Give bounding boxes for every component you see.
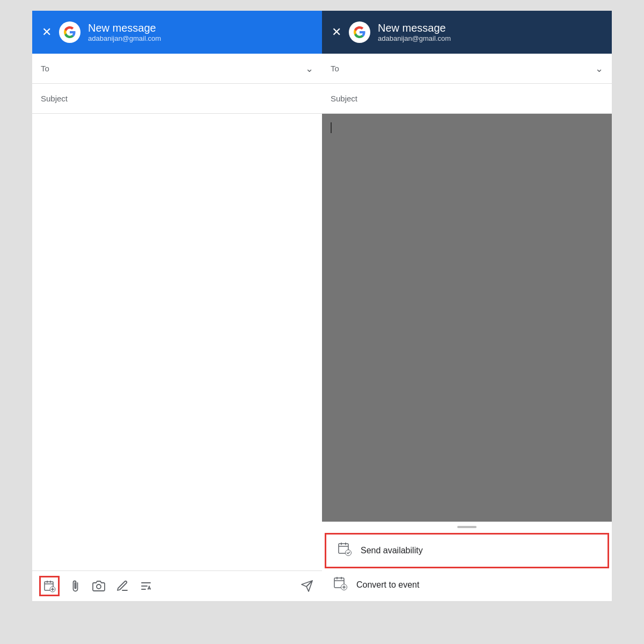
convert-to-event-label: Convert to event <box>356 580 419 590</box>
left-to-chevron-icon: ⌄ <box>305 63 313 75</box>
send-availability-label: Send availability <box>361 546 423 555</box>
send-availability-button[interactable]: Send availability <box>326 535 608 567</box>
right-bottom-sheet: Send availability Convert to event <box>322 522 612 601</box>
left-camera-button[interactable] <box>92 580 105 592</box>
left-font-button[interactable] <box>140 580 152 592</box>
right-subject-label: Subject <box>331 94 603 103</box>
right-header-text: New message adabanijan@gmail.com <box>378 21 451 43</box>
left-google-logo <box>59 21 80 43</box>
right-to-field[interactable]: To ⌄ <box>322 54 612 84</box>
text-cursor <box>331 122 332 133</box>
left-subject-field[interactable]: Subject <box>32 84 322 114</box>
left-insert-availability-button[interactable] <box>41 577 58 595</box>
right-to-chevron-icon: ⌄ <box>595 63 603 75</box>
right-google-logo <box>349 21 370 43</box>
convert-to-event-button[interactable]: Convert to event <box>322 569 612 601</box>
sheet-handle <box>457 526 477 528</box>
left-header-title: New message <box>88 21 161 34</box>
left-header-subtitle: adabanijan@gmail.com <box>88 34 161 43</box>
svg-point-12 <box>346 550 352 556</box>
left-toolbar <box>32 570 322 601</box>
right-to-label: To <box>331 64 595 73</box>
right-header-subtitle: adabanijan@gmail.com <box>378 34 451 43</box>
left-link-button[interactable] <box>116 580 129 592</box>
right-header: ✕ New message adabanijan@gmail.com <box>322 11 612 54</box>
left-send-button[interactable] <box>301 580 313 592</box>
send-availability-icon <box>337 542 352 559</box>
right-subject-field[interactable]: Subject <box>322 84 612 114</box>
right-header-title: New message <box>378 21 451 34</box>
right-close-button[interactable]: ✕ <box>332 26 341 38</box>
left-compose-panel: ✕ New message adabanijan@gmail.com To ⌄ … <box>32 11 322 601</box>
left-attachment-button[interactable] <box>69 580 82 592</box>
convert-to-event-icon <box>333 576 348 594</box>
left-to-field[interactable]: To ⌄ <box>32 54 322 84</box>
left-body-area[interactable] <box>32 114 322 570</box>
left-to-label: To <box>41 64 305 73</box>
svg-point-7 <box>97 584 101 589</box>
right-compose-panel: ✕ New message adabanijan@gmail.com To ⌄ … <box>322 11 612 601</box>
left-header: ✕ New message adabanijan@gmail.com <box>32 11 322 54</box>
left-subject-label: Subject <box>41 94 313 103</box>
right-body-area[interactable] <box>322 114 612 522</box>
left-header-text: New message adabanijan@gmail.com <box>88 21 161 43</box>
left-close-button[interactable]: ✕ <box>42 26 52 38</box>
